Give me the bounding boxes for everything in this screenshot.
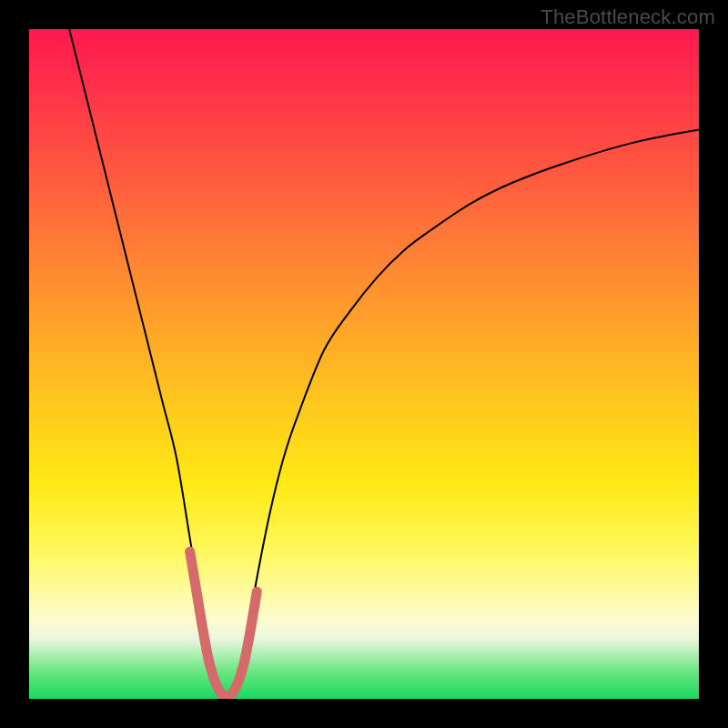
watermark-label: TheBottleneck.com (541, 5, 715, 29)
chart-frame: TheBottleneck.com (0, 0, 728, 728)
series-curve (69, 29, 699, 697)
plot-area (29, 29, 699, 699)
chart-svg (29, 29, 699, 699)
series-emphasis-segment (190, 551, 258, 697)
